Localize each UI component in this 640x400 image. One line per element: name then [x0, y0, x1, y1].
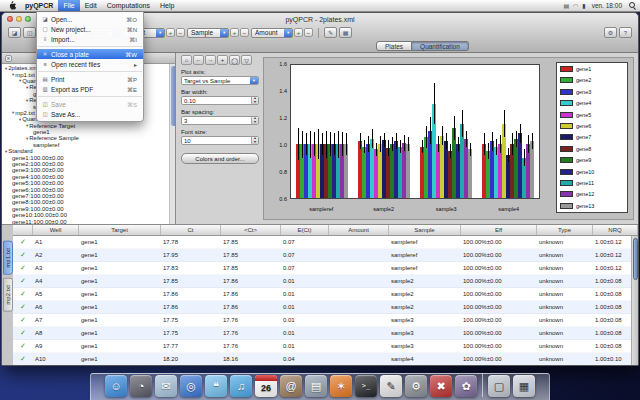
help-icon[interactable]: ?: [619, 27, 632, 38]
tree-expander-icon[interactable]: ▾: [26, 85, 28, 90]
tree-scrollbar[interactable]: [169, 64, 175, 224]
add-amount-button[interactable]: +: [294, 28, 303, 37]
table-row[interactable]: ✓A8gene117.7517.760.01sample3100.00%±0.0…: [13, 327, 638, 340]
file-menu-item-open[interactable]: ◪Open...⌘O: [37, 14, 143, 24]
row-enabled-check-icon[interactable]: ✓: [13, 249, 33, 261]
row-enabled-check-icon[interactable]: ✓: [13, 353, 33, 365]
table-row[interactable]: ✓A2gene117.9517.850.07sampleref100.00%±0…: [13, 249, 638, 262]
save-figure-icon[interactable]: ▽: [241, 55, 252, 65]
dock-system-preferences-icon[interactable]: ⚙: [405, 375, 427, 397]
table-row[interactable]: ✓A3gene117.8317.850.07sampleref100.00%±0…: [13, 262, 638, 275]
tree-expander-icon[interactable]: ▾: [26, 136, 28, 141]
dock-ical-icon[interactable]: 26: [255, 375, 277, 397]
row-enabled-check-icon[interactable]: ✓: [13, 275, 33, 287]
save-icon[interactable]: ◫: [23, 27, 36, 38]
table-row[interactable]: ✓A5gene117.8617.860.01sample2100.00%±0.0…: [13, 288, 638, 301]
spotlight-icon[interactable]: [628, 2, 636, 10]
spinner-arrows-icon[interactable]: ▲▼: [251, 117, 258, 124]
table-scrollbar[interactable]: [631, 236, 638, 365]
column-header-Type[interactable]: Type: [537, 225, 593, 235]
tree-expander-icon[interactable]: ▾: [5, 66, 7, 71]
back-icon[interactable]: ←: [193, 55, 204, 65]
column-header-Sample[interactable]: Sample: [389, 225, 461, 235]
spinner-arrows-icon[interactable]: ▲▼: [251, 137, 258, 144]
file-menu-item-export-as-pdf[interactable]: ▥Export as PDF⌘E: [37, 84, 143, 94]
menu-computations[interactable]: Computations: [102, 0, 155, 11]
dock-gimp-icon[interactable]: ✿: [455, 375, 477, 397]
remove-amount-button[interactable]: −: [304, 28, 313, 37]
zoom-icon[interactable]: ◯: [229, 55, 240, 65]
dock-external-drive-icon[interactable]: ▢: [488, 375, 510, 397]
file-menu-item-import[interactable]: ⇩Import...⌘I: [37, 34, 143, 44]
spinner-arrows-icon[interactable]: ▲▼: [251, 97, 258, 104]
tab-plates[interactable]: Plates: [376, 41, 412, 51]
close-panel-icon[interactable]: ✕: [5, 55, 12, 62]
pan-icon[interactable]: +: [217, 55, 228, 65]
remove-sample-button[interactable]: −: [240, 28, 249, 37]
combo-sample[interactable]: Sample▾: [187, 28, 229, 38]
column-header-E(Ct)[interactable]: E(Ct): [281, 225, 329, 235]
menu-edit[interactable]: Edit: [80, 0, 102, 11]
gear-icon[interactable]: ⚙: [604, 27, 617, 38]
tree-expander-icon[interactable]: ▾: [26, 123, 28, 128]
minimize-window-button[interactable]: [16, 16, 22, 22]
edit-icon[interactable]: ✎: [324, 27, 337, 38]
tree-expander-icon[interactable]: ▾: [19, 78, 21, 83]
tab-quantification[interactable]: Quantification: [412, 41, 469, 51]
open-icon[interactable]: ◪: [8, 27, 21, 38]
remove-target-button[interactable]: −: [176, 28, 185, 37]
add-sample-button[interactable]: +: [230, 28, 239, 37]
close-window-button[interactable]: [7, 16, 13, 22]
row-enabled-check-icon[interactable]: ✓: [13, 327, 33, 339]
file-menu-item-save-as[interactable]: ◫Save As...: [37, 109, 143, 119]
tree-expander-icon[interactable]: ▾: [12, 110, 14, 115]
dock-red-app-icon[interactable]: ✖: [430, 375, 452, 397]
dock-firefox-icon[interactable]: ✶: [330, 375, 352, 397]
file-menu-item-close-a-plate[interactable]: ✕Close a plate⌘W: [37, 49, 143, 59]
home-icon[interactable]: ⌂: [181, 55, 192, 65]
column-header-Ct[interactable]: Ct: [161, 225, 221, 235]
column-header-check[interactable]: [13, 225, 33, 235]
dock-safari-icon[interactable]: ◎: [180, 375, 202, 397]
row-enabled-check-icon[interactable]: ✓: [13, 340, 33, 352]
dock-itunes-icon[interactable]: ♫: [230, 375, 252, 397]
plate-tab-mp1-txt[interactable]: mp1.txt: [3, 241, 13, 275]
dock-preview-icon[interactable]: ▤: [305, 375, 327, 397]
plate-tab-mp2-txt[interactable]: mp2.txt: [3, 278, 13, 312]
colors-and-order-button[interactable]: Colors and order...: [181, 153, 259, 164]
file-menu-item-print[interactable]: ▤Print⌘P: [37, 74, 143, 84]
airport-icon[interactable]: ◠: [573, 2, 578, 9]
apple-menu[interactable]: [4, 1, 20, 10]
file-menu-item-new-project[interactable]: ▢New project...⌘N: [37, 24, 143, 34]
row-enabled-check-icon[interactable]: ✓: [13, 314, 33, 326]
tree-expander-icon[interactable]: ▾: [19, 117, 21, 122]
file-menu-item-open-recent-files[interactable]: ≡Open recent files▸: [37, 59, 143, 69]
row-enabled-check-icon[interactable]: ✓: [13, 236, 33, 248]
dock-trash-icon[interactable]: ▦: [513, 375, 535, 397]
plot-axis-select[interactable]: Target vs Sample ▾: [181, 76, 259, 85]
dock-terminal-icon[interactable]: >_: [355, 375, 377, 397]
tree-scrollbar-thumb[interactable]: [171, 66, 176, 126]
battery-icon[interactable]: ▮: [582, 2, 585, 9]
dock-textedit-icon[interactable]: ✎: [380, 375, 402, 397]
table-row[interactable]: ✓A1gene117.7817.850.07sampleref100.00%±0…: [13, 236, 638, 249]
menu-help[interactable]: Help: [155, 0, 179, 11]
menu-file[interactable]: File: [58, 0, 79, 11]
column-header-Target[interactable]: Target: [79, 225, 161, 235]
table-row[interactable]: ✓A6gene117.8617.860.01sample2100.00%±0.0…: [13, 301, 638, 314]
column-header-Amount[interactable]: Amount: [329, 225, 389, 235]
dock-address-book-icon[interactable]: @: [280, 375, 302, 397]
dock-dashboard-icon[interactable]: ◔: [130, 375, 152, 397]
dock-finder-icon[interactable]: ☺: [105, 375, 127, 397]
table-row[interactable]: ✓A4gene117.8517.860.01sample2100.00%±0.0…: [13, 275, 638, 288]
row-enabled-check-icon[interactable]: ✓: [13, 262, 33, 274]
bar-spacing-spinner[interactable]: 3 ▲▼: [181, 116, 259, 125]
table-row[interactable]: ✓A7gene117.7517.760.01sample3100.00%±0.0…: [13, 314, 638, 327]
display-icon[interactable]: ▤: [563, 2, 569, 9]
font-size-spinner[interactable]: 10 ▲▼: [181, 136, 259, 145]
forward-icon[interactable]: →: [205, 55, 216, 65]
tree-expander-icon[interactable]: ▾: [12, 72, 14, 77]
bar-width-spinner[interactable]: 0.10 ▲▼: [181, 96, 259, 105]
table-row[interactable]: ✓A10gene118.2018.160.04sample4100.00%±0.…: [13, 353, 638, 365]
column-header-NRQ[interactable]: NRQ: [593, 225, 638, 235]
